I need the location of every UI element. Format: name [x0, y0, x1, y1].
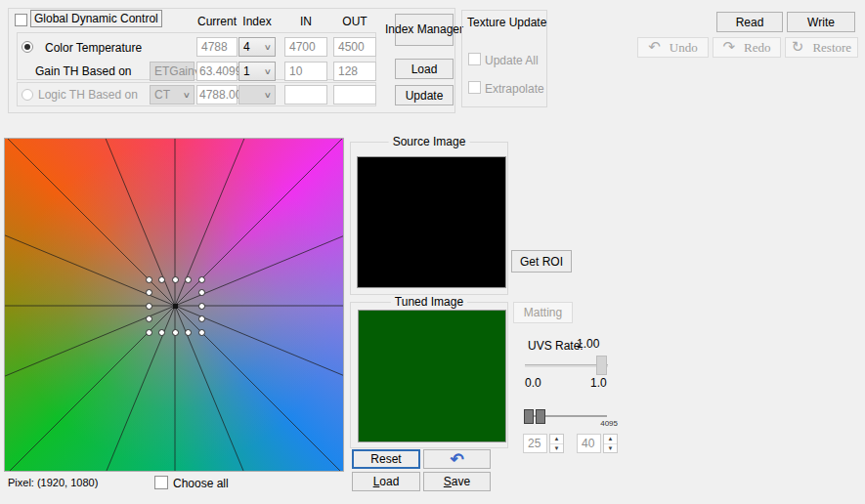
- reset-button[interactable]: Reset: [352, 449, 420, 469]
- wheel-center-marker[interactable]: [173, 304, 178, 309]
- global-dynamic-control-checkbox[interactable]: [15, 14, 27, 26]
- extrapolate-checkbox[interactable]: [468, 81, 481, 94]
- sample-point-dot[interactable]: [172, 276, 179, 283]
- source-image-view[interactable]: [357, 156, 506, 288]
- logic-out-field: [333, 85, 376, 105]
- current-logic-field: 4788.00: [196, 85, 238, 105]
- current-gain-field: 63.4099: [196, 62, 238, 81]
- ct-in-field[interactable]: 4700: [284, 37, 327, 57]
- color-temperature-radio[interactable]: [22, 41, 33, 53]
- sample-point-dot[interactable]: [146, 329, 152, 336]
- uv-color-wheel[interactable]: [4, 138, 344, 472]
- sample-point-dot[interactable]: [198, 315, 205, 322]
- sample-point-dot[interactable]: [172, 329, 179, 336]
- spin-down-icon[interactable]: ▼: [604, 444, 617, 453]
- index-manager-button[interactable]: Index Manager: [395, 14, 454, 46]
- update-index-button[interactable]: Update: [395, 85, 454, 105]
- chevron-down-icon: ∨: [264, 67, 272, 76]
- color-tuning-window: Global Dynamic Control Current Index IN …: [0, 0, 865, 504]
- matting-button: Matting: [513, 302, 573, 323]
- texture-update-title: Texture Update: [467, 16, 546, 29]
- uvs-max-label: 1.0: [590, 376, 607, 390]
- gain-in-field[interactable]: 10: [284, 62, 327, 81]
- ct-index-combobox[interactable]: 4 ∨: [238, 37, 276, 57]
- restore-icon: ↻: [792, 40, 804, 55]
- sample-point-dot[interactable]: [198, 329, 205, 336]
- gain-index-combobox[interactable]: 1 ∨: [238, 62, 276, 81]
- undo-icon: ↶: [648, 40, 661, 55]
- sample-point-dot[interactable]: [185, 276, 192, 283]
- dynamic-control-panel: Global Dynamic Control Current Index IN …: [8, 8, 455, 113]
- update-all-label: Update All: [485, 54, 539, 67]
- choose-all-checkbox[interactable]: [154, 476, 168, 489]
- texture-update-group: Texture Update Update All Extrapolate: [461, 10, 547, 107]
- sample-point-dot[interactable]: [198, 303, 205, 310]
- tuned-image-group: Tuned Image: [350, 302, 508, 448]
- range-max-tick-label: 4095: [592, 419, 618, 428]
- sample-point-dot[interactable]: [146, 303, 152, 310]
- chevron-down-icon: ∨: [264, 91, 272, 100]
- range-high-spinbox: 40: [577, 434, 601, 453]
- spin-up-icon[interactable]: ▲: [550, 435, 563, 444]
- gain-source-combobox: ETGain ∨: [150, 62, 195, 81]
- load-image-button[interactable]: Load: [352, 472, 420, 491]
- gain-out-field[interactable]: 128: [333, 62, 376, 81]
- get-roi-button[interactable]: Get ROI: [511, 250, 572, 273]
- column-header-index: Index: [238, 15, 276, 28]
- update-all-checkbox[interactable]: [468, 53, 481, 65]
- undo-button: ↶ Undo: [637, 37, 709, 58]
- gain-th-label: Gain TH Based on: [35, 64, 132, 78]
- sample-point-dot[interactable]: [158, 276, 165, 283]
- ct-out-field[interactable]: 4500: [333, 37, 376, 57]
- spin-down-icon[interactable]: ▼: [550, 444, 563, 453]
- sample-point-dot[interactable]: [198, 289, 205, 296]
- pixel-coordinates-label: Pixel: (1920, 1080): [8, 477, 98, 488]
- write-button[interactable]: Write: [787, 12, 855, 32]
- column-header-in: IN: [284, 15, 327, 28]
- sample-point-dot[interactable]: [185, 329, 192, 336]
- logic-in-field: [284, 85, 327, 105]
- uvs-slider-thumb[interactable]: [596, 356, 607, 375]
- sample-point-dot[interactable]: [146, 315, 152, 322]
- logic-th-radio: [22, 89, 33, 101]
- tuned-image-view[interactable]: [358, 310, 506, 442]
- sample-point-dot[interactable]: [158, 329, 165, 336]
- uvs-rate-label: UVS Rate:: [528, 339, 584, 353]
- range-high-thumb[interactable]: [536, 409, 545, 424]
- uvs-min-label: 0.0: [525, 376, 541, 390]
- range-high-spinner[interactable]: ▲ ▼: [603, 434, 618, 453]
- redo-icon: ↷: [722, 40, 735, 55]
- undo-tune-button[interactable]: ↶: [423, 449, 491, 469]
- uvs-rate-value: 1.00: [577, 337, 599, 351]
- column-header-current: Current: [196, 15, 238, 28]
- source-image-group: Source Image: [350, 142, 508, 295]
- range-low-spinbox: 25: [523, 434, 547, 453]
- chevron-down-icon: ∨: [264, 43, 272, 52]
- restore-button: ↻ Restore: [785, 37, 858, 58]
- sample-point-dot[interactable]: [146, 289, 152, 296]
- redo-button: ↷ Redo: [713, 37, 781, 58]
- logic-th-label: Logic TH Based on: [38, 88, 138, 102]
- tuned-image-title: Tuned Image: [391, 295, 467, 309]
- current-ct-field: 4788: [196, 37, 238, 57]
- column-header-out: OUT: [333, 15, 376, 28]
- load-index-button[interactable]: Load: [395, 59, 454, 79]
- range-low-spinner[interactable]: ▲ ▼: [549, 434, 564, 453]
- choose-all-label: Choose all: [173, 477, 229, 490]
- extrapolate-label: Extrapolate: [485, 82, 544, 96]
- chevron-down-icon: ∨: [183, 91, 191, 100]
- source-image-title: Source Image: [389, 135, 470, 148]
- logic-source-combobox: CT ∨: [150, 85, 195, 105]
- sample-point-dot[interactable]: [146, 276, 152, 283]
- save-image-button[interactable]: Save: [423, 472, 491, 491]
- color-temperature-label: Color Temperature: [45, 41, 142, 55]
- spin-up-icon[interactable]: ▲: [604, 435, 617, 444]
- undo-arrow-icon: ↶: [450, 451, 463, 468]
- global-dynamic-control-label: Global Dynamic Control: [30, 10, 162, 27]
- read-button[interactable]: Read: [716, 12, 783, 32]
- range-low-thumb[interactable]: [524, 409, 534, 424]
- logic-index-combobox: ∨: [238, 85, 276, 105]
- sample-point-dot[interactable]: [198, 276, 205, 283]
